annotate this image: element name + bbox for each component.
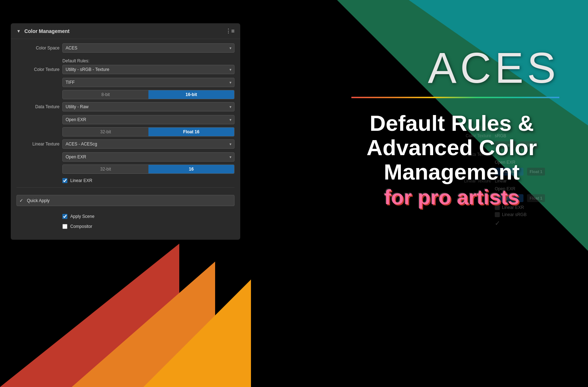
linear-texture-row: Linear Texture ACES - ACEScg (16, 139, 234, 149)
color-space-label: Color Space (16, 46, 60, 51)
quick-apply-row: ✓ Quick Apply (11, 195, 240, 206)
data-texture-control: Utility - Raw (62, 102, 234, 111)
data-texture-select[interactable]: Utility - Raw (62, 102, 234, 111)
data-texture-bit-toggle: 32-bit Float 16 (62, 127, 234, 137)
linear-exr-label: Linear EXR (70, 178, 92, 183)
color-texture-8bit-button[interactable]: 8-bit (63, 90, 148, 99)
color-space-select[interactable]: ACES (62, 43, 234, 53)
linear-texture-control: ACES - ACEScg (62, 139, 234, 149)
linear-texture-bit-toggle: 32-bit 16 (62, 164, 234, 174)
linear-texture-bit-row: 32-bit 16 (16, 164, 234, 174)
compositor-wrap: Compositor (16, 223, 234, 230)
ghost-linear-srgb-checkbox (495, 212, 500, 217)
panel-header: ▼ Color Management ⋮≡ (11, 23, 240, 39)
linear-texture-format-row: Open EXR (16, 152, 234, 162)
linear-texture-select-wrapper: ACES - ACEScg (62, 139, 234, 149)
linear-texture-format-wrapper: Open EXR (62, 152, 234, 162)
quick-apply-button[interactable]: ✓ Quick Apply (16, 195, 234, 206)
linear-exr-row: Linear EXR (62, 177, 234, 185)
linear-texture-select[interactable]: ACES - ACEScg (62, 139, 234, 149)
color-texture-format-select[interactable]: TIFF (62, 78, 234, 87)
linear-texture-label: Linear Texture (16, 142, 60, 147)
bg-triangle-yellow (143, 280, 251, 387)
color-texture-bit-row: 8-bit 16-bit (16, 90, 234, 99)
color-space-control: ACES (62, 43, 234, 53)
color-texture-row: Color Texture Utility - sRGB - Texture (16, 65, 234, 74)
color-texture-select[interactable]: Utility - sRGB - Texture (62, 65, 234, 74)
compositor-checkbox[interactable] (62, 224, 67, 229)
default-rules-label: Default Rules: (16, 56, 234, 65)
data-texture-format-select[interactable]: Open EXR (62, 115, 234, 124)
headline-line1: Default Rules & (326, 111, 577, 135)
color-texture-format-wrapper: TIFF (62, 78, 234, 87)
headline-line3: for pro artists (326, 185, 577, 210)
linear-texture-format-select[interactable]: Open EXR (62, 152, 234, 162)
color-texture-label: Color Texture (16, 67, 60, 72)
aces-gradient-line (351, 97, 559, 98)
headline-line2: Advanced Color Management (326, 135, 577, 184)
data-texture-select-wrapper: Utility - Raw (62, 102, 234, 111)
apply-scene-checkbox[interactable] (62, 214, 67, 219)
color-space-select-wrapper: ACES (62, 43, 234, 53)
color-texture-control: Utility - sRGB - Texture (62, 65, 234, 74)
bottom-checkboxes: Apply Scene Compositor (11, 210, 240, 230)
quick-apply-label: Quick Apply (27, 198, 49, 203)
apply-scene-label: Apply Scene (70, 214, 94, 219)
menu-icon[interactable]: ⋮≡ (226, 28, 234, 34)
linear-texture-16bit-button[interactable]: 16 (148, 165, 234, 173)
headline-block: Default Rules & Advanced Color Managemen… (326, 111, 577, 209)
color-texture-format-row: TIFF (16, 78, 234, 87)
data-texture-32bit-button[interactable]: 32-bit (63, 128, 148, 136)
apply-scene-wrap: Apply Scene (16, 212, 234, 220)
panel-body: Color Space ACES Default Rules: Color Te… (11, 39, 240, 195)
data-texture-format-wrapper: Open EXR (62, 115, 234, 124)
quick-apply-check-icon: ✓ (19, 198, 23, 203)
linear-exr-checkbox[interactable] (62, 178, 67, 183)
linear-exr-wrap: Linear EXR (16, 177, 234, 185)
ghost-linear-srgb-label: Linear sRGB (502, 212, 527, 217)
compositor-label: Compositor (70, 224, 92, 229)
color-texture-select-wrapper: Utility - sRGB - Texture (62, 65, 234, 74)
linear-texture-32bit-button[interactable]: 32-bit (63, 165, 148, 173)
panel-header-left: ▼ Color Management (16, 28, 70, 34)
panel-title: Color Management (24, 28, 70, 34)
collapse-arrow-icon[interactable]: ▼ (16, 29, 21, 34)
data-texture-row: Data Texture Utility - Raw (16, 102, 234, 111)
color-texture-bit-toggle: 8-bit 16-bit (62, 90, 234, 99)
aces-title: ACES (428, 43, 559, 92)
data-texture-format-row: Open EXR (16, 115, 234, 124)
divider-1 (16, 187, 234, 188)
color-management-panel: ▼ Color Management ⋮≡ Color Space ACES D… (11, 23, 240, 240)
data-texture-bit-row: 32-bit Float 16 (16, 127, 234, 137)
color-texture-16bit-button[interactable]: 16-bit (148, 90, 234, 99)
data-texture-label: Data Texture (16, 104, 60, 109)
apply-scene-row: Apply Scene (62, 212, 234, 220)
data-texture-float16-button[interactable]: Float 16 (148, 128, 234, 136)
color-space-row: Color Space ACES (16, 43, 234, 53)
compositor-row: Compositor (62, 223, 234, 230)
